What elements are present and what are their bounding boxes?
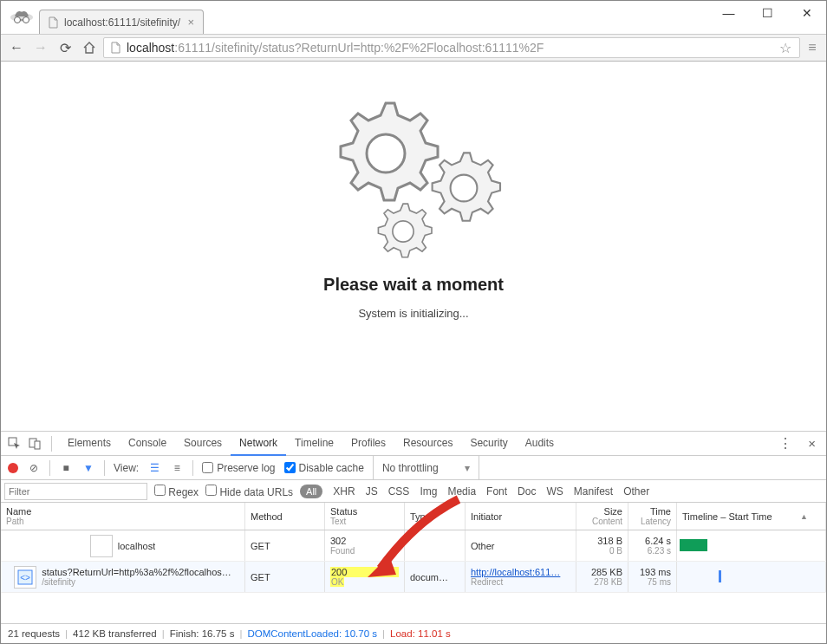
filter-type-img[interactable]: Img <box>420 485 437 498</box>
status-transferred: 412 KB transferred <box>73 628 157 639</box>
filter-type-media[interactable]: Media <box>447 485 476 498</box>
home-button[interactable] <box>79 37 100 58</box>
url-toolbar: ← → ⟳ localhost:61111/sitefinity/status?… <box>1 34 826 62</box>
filter-type-all[interactable]: All <box>300 485 322 498</box>
filter-icon[interactable]: ▼ <box>81 461 95 475</box>
back-button[interactable]: ← <box>6 37 27 58</box>
page-favicon-icon <box>47 16 59 29</box>
status-load: Load: 11.01 s <box>390 628 451 639</box>
svg-point-2 <box>23 17 29 23</box>
network-toolbar: ⊘ ■ ▼ View: ☰ ≡ Preserve log Disable cac… <box>1 456 826 480</box>
devtools-more-icon[interactable]: ⋮ <box>772 435 799 452</box>
svg-rect-9 <box>35 441 40 449</box>
url-path: :61111/sitefinity/status?ReturnUrl=http:… <box>174 41 544 55</box>
bookmark-star-icon[interactable]: ☆ <box>777 39 794 56</box>
svg-point-1 <box>15 17 21 23</box>
page-subtitle: System is initializing... <box>358 307 468 320</box>
svg-point-6 <box>393 221 414 242</box>
url-host: localhost <box>127 41 174 55</box>
large-rows-icon[interactable]: ☰ <box>147 461 161 475</box>
devtools-tab-network[interactable]: Network <box>231 432 286 456</box>
capture-screenshot-icon[interactable]: ■ <box>59 461 73 475</box>
devtools-tab-audits[interactable]: Audits <box>517 432 563 456</box>
small-rows-icon[interactable]: ≡ <box>170 461 184 475</box>
status-requests: 21 requests <box>8 628 60 639</box>
minimize-button[interactable]: — <box>709 1 748 25</box>
chrome-menu-icon[interactable]: ≡ <box>804 39 821 56</box>
filter-type-font[interactable]: Font <box>486 485 507 498</box>
throttling-select[interactable]: No throttling▾ <box>373 456 479 479</box>
svg-text:<>: <> <box>20 573 30 582</box>
page-title: Please wait a moment <box>323 275 504 295</box>
address-bar[interactable]: localhost:61111/sitefinity/status?Return… <box>103 37 800 58</box>
reload-button[interactable]: ⟳ <box>55 37 75 58</box>
maximize-button[interactable]: ☐ <box>748 1 787 25</box>
device-mode-icon[interactable] <box>25 434 44 453</box>
status-finish: Finish: 16.75 s <box>170 628 235 639</box>
table-row[interactable]: <>status?ReturnUrl=http%3a%2f%2flocalhos… <box>1 562 826 593</box>
svg-point-5 <box>451 175 478 202</box>
forward-button[interactable]: → <box>30 37 51 58</box>
filter-type-js[interactable]: JS <box>366 485 378 498</box>
table-row[interactable]: localhostGET302FoundOther318 B0 B6.24 s6… <box>1 530 826 562</box>
sort-indicator-icon: ▲ <box>800 512 808 521</box>
devtools-tab-security[interactable]: Security <box>461 432 516 456</box>
devtools-close-icon[interactable]: × <box>801 436 823 451</box>
network-table-header[interactable]: NamePath Method StatusText Type Initiato… <box>1 503 826 530</box>
window-controls: — ☐ ✕ <box>709 1 826 25</box>
filter-type-doc[interactable]: Doc <box>518 485 536 498</box>
hide-data-urls-checkbox[interactable]: Hide data URLs <box>205 485 293 498</box>
window-titlebar: localhost:61111/sitefinity/ × — ☐ ✕ <box>1 1 826 34</box>
network-filterbar: Regex Hide data URLs AllXHRJSCSSImgMedia… <box>1 480 826 503</box>
filter-type-manifest[interactable]: Manifest <box>574 485 613 498</box>
record-button[interactable] <box>8 463 18 473</box>
devtools-tab-profiles[interactable]: Profiles <box>342 432 394 456</box>
filter-type-ws[interactable]: WS <box>546 485 563 498</box>
network-statusbar: 21 requests | 412 KB transferred | Finis… <box>1 623 826 642</box>
filter-type-xhr[interactable]: XHR <box>333 485 355 498</box>
disable-cache-checkbox[interactable]: Disable cache <box>284 462 364 474</box>
network-table: NamePath Method StatusText Type Initiato… <box>1 503 826 623</box>
filter-type-css[interactable]: CSS <box>388 485 410 498</box>
browser-tab[interactable]: localhost:61111/sitefinity/ × <box>39 10 204 34</box>
view-label: View: <box>114 462 139 474</box>
devtools-tab-timeline[interactable]: Timeline <box>286 432 342 456</box>
url-favicon-icon <box>109 42 121 54</box>
inspect-element-icon[interactable] <box>4 434 23 453</box>
devtools-tab-resources[interactable]: Resources <box>394 432 461 456</box>
gears-illustration <box>309 86 518 259</box>
clear-icon[interactable]: ⊘ <box>27 461 41 475</box>
page-content: Please wait a moment System is initializ… <box>1 62 826 431</box>
status-dcl: DOMContentLoaded: 10.70 s <box>247 628 377 639</box>
regex-checkbox[interactable]: Regex <box>154 485 199 498</box>
filter-input[interactable] <box>4 483 147 500</box>
tab-close-icon[interactable]: × <box>186 16 196 29</box>
devtools-tab-console[interactable]: Console <box>120 432 175 456</box>
preserve-log-checkbox[interactable]: Preserve log <box>202 462 275 474</box>
svg-point-4 <box>367 134 405 172</box>
devtools-tab-elements[interactable]: Elements <box>59 432 120 456</box>
incognito-icon <box>10 8 34 25</box>
devtools-tabbar: ElementsConsoleSourcesNetworkTimelinePro… <box>1 432 826 456</box>
devtools-panel: ElementsConsoleSourcesNetworkTimelinePro… <box>1 431 826 642</box>
resource-icon: <> <box>14 566 36 589</box>
filter-type-other[interactable]: Other <box>623 485 649 498</box>
close-button[interactable]: ✕ <box>787 1 826 25</box>
resource-icon <box>90 535 113 557</box>
devtools-tab-sources[interactable]: Sources <box>175 432 231 456</box>
tab-title: localhost:61111/sitefinity/ <box>64 16 180 29</box>
